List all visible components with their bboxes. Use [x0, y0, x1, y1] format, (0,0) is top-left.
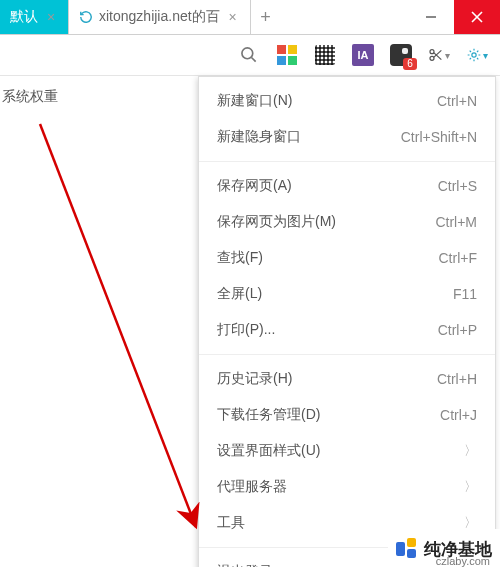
menu-separator: [199, 161, 495, 162]
watermark-url: czlaby.com: [436, 555, 490, 567]
menu-item-label: 代理服务器: [217, 478, 456, 496]
menu-item-shortcut: Ctrl+M: [435, 214, 477, 230]
menu-item-label: 打印(P)...: [217, 321, 438, 339]
svg-line-10: [40, 124, 196, 527]
scissors-icon[interactable]: ▾: [428, 44, 450, 66]
menu-separator: [199, 354, 495, 355]
settings-gear-icon[interactable]: ▾: [466, 44, 488, 66]
close-icon[interactable]: ×: [44, 9, 58, 25]
menu-item-label: 新建窗口(N): [217, 92, 437, 110]
ia-badge-icon[interactable]: IA: [352, 44, 374, 66]
menu-item-ui-style[interactable]: 设置界面样式(U)〉: [199, 433, 495, 469]
minimize-button[interactable]: [408, 0, 454, 34]
new-tab-button[interactable]: +: [251, 0, 281, 34]
content-area: 系统权重 新建窗口(N)Ctrl+N新建隐身窗口Ctrl+Shift+N保存网页…: [0, 76, 500, 567]
watermark-logo-icon: [396, 538, 418, 560]
menu-item-find[interactable]: 查找(F)Ctrl+F: [199, 240, 495, 276]
close-icon[interactable]: ×: [226, 9, 240, 25]
tab-inactive[interactable]: xitongzhijia.net的百 ×: [69, 0, 251, 34]
menu-item-shortcut: Ctrl+N: [437, 93, 477, 109]
window-controls: [408, 0, 500, 34]
watermark: 纯净基地 czlaby.com: [388, 529, 500, 567]
menu-item-label: 查找(F): [217, 249, 439, 267]
refresh-icon: [79, 10, 93, 24]
menu-item-new-window[interactable]: 新建窗口(N)Ctrl+N: [199, 83, 495, 119]
search-icon[interactable]: [238, 44, 260, 66]
toolbar: IA 6 ▾ ▾: [0, 35, 500, 76]
menu-item-label: 新建隐身窗口: [217, 128, 401, 146]
window-close-button[interactable]: [454, 0, 500, 34]
svg-line-4: [252, 58, 256, 62]
menu-item-downloads[interactable]: 下载任务管理(D)Ctrl+J: [199, 397, 495, 433]
tab-active[interactable]: 默认 ×: [0, 0, 69, 34]
chevron-right-icon: 〉: [464, 442, 477, 460]
chevron-right-icon: 〉: [464, 478, 477, 496]
menu-item-label: 下载任务管理(D): [217, 406, 440, 424]
svg-point-9: [472, 53, 476, 57]
qr-icon[interactable]: [314, 44, 336, 66]
notification-badge: 6: [403, 58, 417, 70]
menu-item-save-as-image[interactable]: 保存网页为图片(M)Ctrl+M: [199, 204, 495, 240]
menu-item-shortcut: Ctrl+P: [438, 322, 477, 338]
menu-item-new-incognito[interactable]: 新建隐身窗口Ctrl+Shift+N: [199, 119, 495, 155]
menu-item-shortcut: Ctrl+J: [440, 407, 477, 423]
tab-title: 默认: [10, 8, 38, 26]
menu-item-label: 设置界面样式(U): [217, 442, 456, 460]
page-text: 系统权重: [2, 88, 58, 106]
menu-item-shortcut: Ctrl+F: [439, 250, 478, 266]
menu-item-shortcut: Ctrl+S: [438, 178, 477, 194]
menu-item-shortcut: Ctrl+H: [437, 371, 477, 387]
svg-point-3: [242, 48, 253, 59]
menu-item-print[interactable]: 打印(P)...Ctrl+P: [199, 312, 495, 348]
menu-item-save-page[interactable]: 保存网页(A)Ctrl+S: [199, 168, 495, 204]
menu-item-label: 保存网页(A): [217, 177, 438, 195]
extension-icon[interactable]: 6: [390, 44, 412, 66]
menu-item-proxy[interactable]: 代理服务器〉: [199, 469, 495, 505]
menu-item-label: 全屏(L): [217, 285, 453, 303]
menu-item-label: 保存网页为图片(M): [217, 213, 435, 231]
settings-menu: 新建窗口(N)Ctrl+N新建隐身窗口Ctrl+Shift+N保存网页(A)Ct…: [198, 76, 496, 567]
menu-item-history[interactable]: 历史记录(H)Ctrl+H: [199, 361, 495, 397]
tab-bar: 默认 × xitongzhijia.net的百 × +: [0, 0, 500, 35]
menu-item-shortcut: Ctrl+Shift+N: [401, 129, 477, 145]
menu-item-shortcut: F11: [453, 286, 477, 302]
tab-title: xitongzhijia.net的百: [99, 8, 220, 26]
menu-item-label: 历史记录(H): [217, 370, 437, 388]
annotation-arrow: [20, 114, 220, 567]
menu-item-fullscreen[interactable]: 全屏(L)F11: [199, 276, 495, 312]
apps-icon[interactable]: [276, 44, 298, 66]
